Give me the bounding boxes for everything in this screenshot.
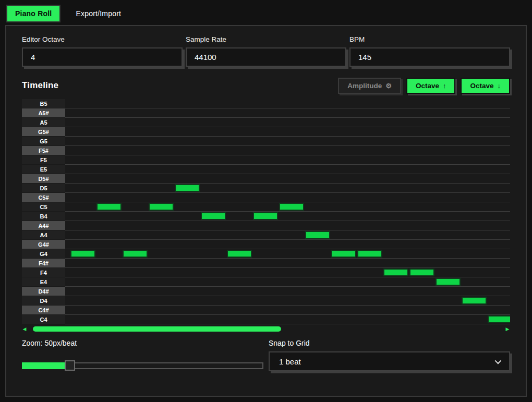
zoom-slider[interactable] — [22, 360, 263, 371]
tab-export-import[interactable]: Export/Import — [68, 6, 129, 21]
grid-row-f4s[interactable] — [65, 259, 510, 268]
note-block-b4-beat5[interactable] — [201, 212, 226, 220]
octave-up-button[interactable]: Octave ↑ — [406, 78, 456, 94]
grid-row-a4[interactable] — [65, 230, 510, 240]
scroll-left-icon[interactable]: ◀ — [22, 327, 27, 332]
note-block-g4-beat6[interactable] — [227, 250, 252, 258]
note-block-b4-beat7[interactable] — [253, 212, 278, 220]
note-block-c4-beat16[interactable] — [488, 315, 510, 323]
grid-row-b4[interactable] — [65, 212, 510, 221]
grid-row-a5[interactable] — [65, 118, 510, 127]
scrollbar-thumb[interactable] — [33, 326, 281, 332]
tab-piano-roll[interactable]: Piano Roll — [6, 5, 61, 22]
note-label-a5: A5 — [22, 118, 65, 127]
note-label-c4s: C4# — [22, 306, 65, 314]
snap-to-grid-select[interactable]: 1 beat — [269, 351, 510, 371]
note-block-f4-beat12[interactable] — [383, 269, 408, 276]
note-label-f5s: F5# — [22, 146, 65, 155]
amplitude-button[interactable]: Amplitude ⚙ — [338, 78, 401, 94]
grid-row-f4[interactable] — [65, 268, 510, 277]
grid-row-a4s[interactable] — [65, 221, 510, 230]
horizontal-scrollbar: ◀ ▶ — [22, 324, 510, 334]
note-label-f4: F4 — [22, 268, 65, 277]
gear-icon: ⚙ — [385, 82, 392, 90]
editor-panel: Editor Octave Sample Rate BPM Timeline A… — [5, 25, 527, 397]
note-label-g5: G5 — [22, 137, 65, 145]
note-block-e4-beat14[interactable] — [436, 278, 461, 286]
note-block-c5-beat3[interactable] — [149, 203, 174, 211]
note-label-c4: C4 — [22, 315, 65, 324]
note-block-c5-beat1[interactable] — [96, 203, 122, 211]
grid-row-c4s[interactable] — [65, 306, 510, 315]
grid-row-g4s[interactable] — [65, 240, 510, 249]
note-block-d4-beat15[interactable] — [462, 297, 487, 304]
note-label-f4s: F4# — [22, 259, 65, 267]
zoom-slider-thumb[interactable] — [65, 360, 75, 371]
sample-rate-field: Sample Rate — [186, 35, 346, 67]
note-label-d5s: D5# — [22, 174, 65, 183]
timeline-title: Timeline — [22, 80, 58, 91]
note-label-column: B5A5#A5G5#G5F5#F5E5D5#D5C5#C5B4A4#A4G4#G… — [22, 99, 65, 324]
editor-octave-input[interactable] — [22, 47, 183, 67]
note-block-f4-beat13[interactable] — [409, 269, 434, 276]
note-label-b5: B5 — [22, 99, 65, 108]
note-block-g4-beat11[interactable] — [357, 250, 382, 258]
note-label-d4: D4 — [22, 296, 65, 305]
note-block-g4-beat2[interactable] — [123, 250, 148, 258]
sample-rate-label: Sample Rate — [186, 35, 346, 43]
scroll-right-icon[interactable]: ▶ — [505, 327, 510, 332]
note-label-c5s: C5# — [22, 193, 65, 202]
scrollbar-track[interactable] — [30, 326, 502, 332]
note-label-c5: C5 — [22, 202, 65, 211]
arrow-down-icon: ↓ — [498, 82, 501, 90]
note-label-a4s: A4# — [22, 221, 65, 230]
note-label-a4: A4 — [22, 230, 65, 239]
note-label-g5s: G5# — [22, 127, 65, 136]
grid-row-c5s[interactable] — [65, 193, 510, 202]
arrow-up-icon: ↑ — [443, 82, 446, 90]
chevron-down-icon — [495, 357, 502, 364]
note-block-g4-beat0[interactable] — [70, 250, 95, 258]
note-label-f5: F5 — [22, 155, 65, 164]
zoom-control: Zoom: 50px/beat — [22, 339, 263, 371]
note-label-b4: B4 — [22, 212, 65, 221]
note-block-a4-beat9[interactable] — [305, 231, 330, 239]
note-label-e5: E5 — [22, 165, 65, 174]
note-label-g4s: G4# — [22, 240, 65, 249]
sample-rate-input[interactable] — [186, 47, 346, 67]
grid-row-g5s[interactable] — [65, 127, 510, 137]
octave-down-button[interactable]: Octave ↓ — [461, 78, 510, 94]
grid-row-a5s[interactable] — [65, 108, 510, 118]
note-block-g4-beat10[interactable] — [331, 250, 356, 258]
grid-row-d4s[interactable] — [65, 287, 510, 296]
bpm-input[interactable] — [349, 47, 510, 67]
note-block-c5-beat8[interactable] — [279, 203, 304, 211]
grid-row-f5s[interactable] — [65, 146, 510, 155]
amplitude-button-label: Amplitude — [347, 82, 382, 90]
grid-row-f5[interactable] — [65, 155, 510, 165]
bottom-controls: Zoom: 50px/beat Snap to Grid 1 beat — [22, 339, 510, 371]
editor-octave-label: Editor Octave — [22, 35, 183, 43]
grid-row-d5s[interactable] — [65, 174, 510, 184]
note-label-a5s: A5# — [22, 108, 65, 117]
bpm-field: BPM — [349, 35, 510, 67]
grid-row-g5[interactable] — [65, 137, 510, 146]
grid-row-c4[interactable] — [65, 315, 510, 324]
grid-row-d5[interactable] — [65, 184, 510, 193]
bpm-label: BPM — [349, 35, 510, 43]
note-block-d5-beat4[interactable] — [175, 184, 200, 192]
note-label-e4: E4 — [22, 277, 65, 286]
grid-row-b5[interactable] — [65, 99, 510, 108]
grid-row-d4[interactable] — [65, 296, 510, 306]
zoom-label: Zoom: 50px/beat — [22, 339, 263, 347]
grid-row-e5[interactable] — [65, 165, 510, 174]
snap-control: Snap to Grid 1 beat — [269, 339, 510, 371]
piano-roll-grid[interactable] — [65, 99, 510, 324]
octave-up-label: Octave — [416, 82, 439, 90]
piano-roll: B5A5#A5G5#G5F5#F5E5D5#D5C5#C5B4A4#A4G4#G… — [22, 99, 510, 324]
zoom-slider-fill — [22, 362, 70, 369]
note-label-g4: G4 — [22, 249, 65, 258]
snap-selected-value: 1 beat — [279, 357, 301, 366]
snap-to-grid-label: Snap to Grid — [269, 339, 510, 347]
tab-bar: Piano Roll Export/Import — [6, 5, 129, 22]
